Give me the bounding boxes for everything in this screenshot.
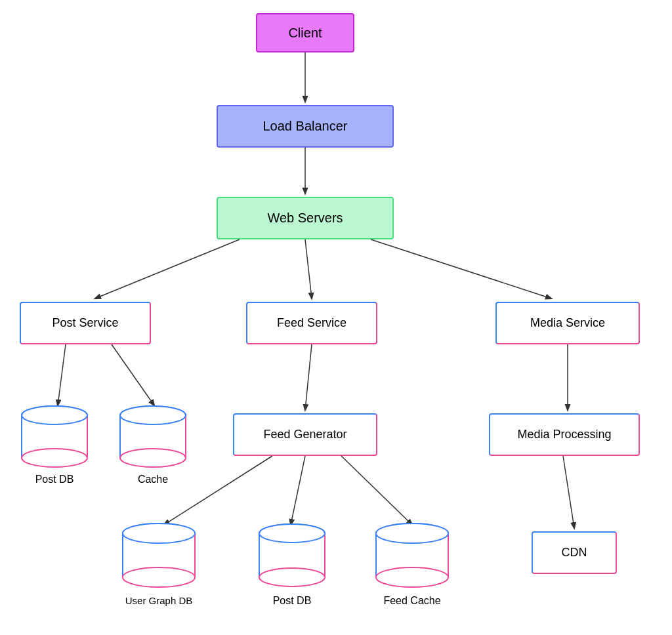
svg-line-5 bbox=[58, 344, 66, 405]
architecture-diagram: Client Load Balancer Web Servers Post Se… bbox=[0, 0, 672, 635]
svg-line-6 bbox=[112, 344, 154, 405]
svg-point-17 bbox=[22, 449, 87, 467]
svg-line-10 bbox=[291, 456, 305, 525]
feed-cache-cylinder: Feed Cache bbox=[373, 522, 452, 607]
svg-point-42 bbox=[376, 523, 448, 543]
cdn-node: CDN bbox=[532, 531, 617, 574]
feed-service-node: Feed Service bbox=[246, 302, 377, 344]
client-node: Client bbox=[256, 13, 354, 52]
web-servers-node: Web Servers bbox=[217, 197, 394, 239]
svg-point-18 bbox=[22, 406, 87, 424]
svg-point-30 bbox=[123, 523, 195, 543]
svg-line-12 bbox=[563, 456, 574, 528]
svg-point-29 bbox=[123, 567, 195, 587]
feed-generator-node: Feed Generator bbox=[233, 413, 377, 456]
svg-line-4 bbox=[371, 239, 551, 298]
post-db2-cylinder: Post DB bbox=[256, 522, 328, 607]
svg-point-36 bbox=[259, 524, 325, 543]
svg-point-35 bbox=[259, 568, 325, 586]
svg-point-24 bbox=[120, 406, 186, 424]
svg-point-23 bbox=[120, 449, 186, 467]
svg-line-7 bbox=[305, 344, 312, 410]
media-service-node: Media Service bbox=[495, 302, 640, 344]
cache-cylinder: Cache bbox=[117, 403, 189, 485]
svg-line-11 bbox=[341, 456, 412, 525]
svg-point-41 bbox=[376, 567, 448, 587]
load-balancer-node: Load Balancer bbox=[217, 105, 394, 148]
user-graph-db-cylinder: User Graph DB bbox=[119, 522, 198, 606]
media-processing-node: Media Processing bbox=[489, 413, 640, 456]
post-service-node: Post Service bbox=[20, 302, 151, 344]
post-db-cylinder: Post DB bbox=[18, 403, 91, 485]
svg-line-2 bbox=[95, 239, 240, 298]
svg-line-3 bbox=[305, 239, 312, 298]
